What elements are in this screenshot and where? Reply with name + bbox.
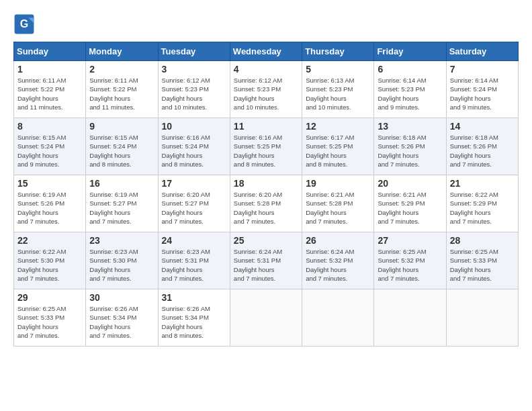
day-number: 14 — [450, 121, 515, 132]
day-info: Sunrise: 6:21 AMSunset: 5:28 PMDaylight … — [306, 190, 370, 226]
day-number: 26 — [306, 235, 370, 246]
day-number: 8 — [17, 121, 82, 132]
calendar-day-cell: 15 Sunrise: 6:19 AMSunset: 5:26 PMDaylig… — [14, 175, 86, 232]
day-number: 22 — [17, 235, 82, 246]
day-number: 25 — [234, 235, 298, 246]
day-info: Sunrise: 6:15 AMSunset: 5:24 PMDaylight … — [17, 133, 82, 169]
calendar-day-cell: 16 Sunrise: 6:19 AMSunset: 5:27 PMDaylig… — [86, 175, 158, 232]
calendar-day-cell: 31 Sunrise: 6:26 AMSunset: 5:34 PMDaylig… — [158, 289, 230, 347]
calendar-day-cell: 1 Sunrise: 6:11 AMSunset: 5:22 PMDayligh… — [14, 61, 86, 118]
day-info: Sunrise: 6:20 AMSunset: 5:28 PMDaylight … — [234, 190, 298, 226]
calendar-week-row: 1 Sunrise: 6:11 AMSunset: 5:22 PMDayligh… — [14, 61, 519, 118]
weekday-header: Monday — [86, 42, 158, 61]
weekday-header: Tuesday — [158, 42, 230, 61]
day-info: Sunrise: 6:12 AMSunset: 5:23 PMDaylight … — [162, 76, 226, 111]
day-info: Sunrise: 6:19 AMSunset: 5:27 PMDaylight … — [89, 190, 154, 226]
weekday-header: Saturday — [446, 42, 518, 61]
calendar-day-cell: 14 Sunrise: 6:18 AMSunset: 5:26 PMDaylig… — [446, 118, 518, 175]
calendar-day-cell — [446, 289, 518, 347]
calendar-week-row: 22 Sunrise: 6:22 AMSunset: 5:30 PMDaylig… — [14, 232, 519, 289]
calendar-day-cell: 28 Sunrise: 6:25 AMSunset: 5:33 PMDaylig… — [446, 232, 518, 289]
calendar-week-row: 29 Sunrise: 6:25 AMSunset: 5:33 PMDaylig… — [14, 289, 519, 347]
day-number: 12 — [306, 121, 370, 132]
day-number: 23 — [89, 235, 154, 246]
calendar-day-cell: 8 Sunrise: 6:15 AMSunset: 5:24 PMDayligh… — [14, 118, 86, 175]
weekday-header: Wednesday — [230, 42, 302, 61]
day-info: Sunrise: 6:24 AMSunset: 5:32 PMDaylight … — [306, 247, 370, 283]
calendar-day-cell: 9 Sunrise: 6:15 AMSunset: 5:24 PMDayligh… — [86, 118, 158, 175]
day-info: Sunrise: 6:13 AMSunset: 5:23 PMDaylight … — [306, 76, 370, 111]
day-number: 11 — [234, 121, 298, 132]
day-info: Sunrise: 6:16 AMSunset: 5:24 PMDaylight … — [162, 133, 226, 169]
logo: G — [13, 13, 38, 35]
day-number: 4 — [234, 64, 298, 75]
calendar-day-cell: 27 Sunrise: 6:25 AMSunset: 5:32 PMDaylig… — [374, 232, 446, 289]
day-number: 16 — [89, 178, 154, 189]
day-info: Sunrise: 6:23 AMSunset: 5:31 PMDaylight … — [162, 247, 226, 283]
day-number: 29 — [17, 292, 82, 303]
day-info: Sunrise: 6:26 AMSunset: 5:34 PMDaylight … — [89, 304, 154, 340]
calendar-table: SundayMondayTuesdayWednesdayThursdayFrid… — [13, 42, 519, 347]
calendar-day-cell: 30 Sunrise: 6:26 AMSunset: 5:34 PMDaylig… — [86, 289, 158, 347]
calendar-day-cell: 23 Sunrise: 6:23 AMSunset: 5:30 PMDaylig… — [86, 232, 158, 289]
page-header: G — [13, 13, 519, 35]
day-number: 28 — [450, 235, 515, 246]
calendar-day-cell: 17 Sunrise: 6:20 AMSunset: 5:27 PMDaylig… — [158, 175, 230, 232]
calendar-day-cell — [302, 289, 374, 347]
day-number: 10 — [162, 121, 226, 132]
calendar-day-cell — [374, 289, 446, 347]
day-number: 2 — [89, 64, 154, 75]
day-number: 18 — [234, 178, 298, 189]
day-number: 13 — [378, 121, 442, 132]
weekday-header: Sunday — [14, 42, 86, 61]
day-number: 30 — [89, 292, 154, 303]
calendar-day-cell: 25 Sunrise: 6:24 AMSunset: 5:31 PMDaylig… — [230, 232, 302, 289]
calendar-day-cell: 11 Sunrise: 6:16 AMSunset: 5:25 PMDaylig… — [230, 118, 302, 175]
day-info: Sunrise: 6:23 AMSunset: 5:30 PMDaylight … — [89, 247, 154, 283]
day-number: 19 — [306, 178, 370, 189]
day-number: 3 — [162, 64, 226, 75]
day-number: 17 — [162, 178, 226, 189]
calendar-day-cell: 20 Sunrise: 6:21 AMSunset: 5:29 PMDaylig… — [374, 175, 446, 232]
day-number: 9 — [89, 121, 154, 132]
calendar-day-cell: 29 Sunrise: 6:25 AMSunset: 5:33 PMDaylig… — [14, 289, 86, 347]
weekday-header: Friday — [374, 42, 446, 61]
calendar-day-cell: 22 Sunrise: 6:22 AMSunset: 5:30 PMDaylig… — [14, 232, 86, 289]
day-number: 31 — [162, 292, 226, 303]
logo-icon: G — [13, 13, 35, 35]
day-info: Sunrise: 6:15 AMSunset: 5:24 PMDaylight … — [89, 133, 154, 169]
day-info: Sunrise: 6:25 AMSunset: 5:33 PMDaylight … — [450, 247, 515, 283]
calendar-day-cell: 10 Sunrise: 6:16 AMSunset: 5:24 PMDaylig… — [158, 118, 230, 175]
svg-text:G: G — [20, 18, 28, 30]
calendar-day-cell: 7 Sunrise: 6:14 AMSunset: 5:24 PMDayligh… — [446, 61, 518, 118]
calendar-week-row: 8 Sunrise: 6:15 AMSunset: 5:24 PMDayligh… — [14, 118, 519, 175]
day-info: Sunrise: 6:17 AMSunset: 5:25 PMDaylight … — [306, 133, 370, 169]
weekday-header-row: SundayMondayTuesdayWednesdayThursdayFrid… — [14, 42, 519, 61]
day-info: Sunrise: 6:25 AMSunset: 5:33 PMDaylight … — [17, 304, 82, 340]
calendar-day-cell: 5 Sunrise: 6:13 AMSunset: 5:23 PMDayligh… — [302, 61, 374, 118]
calendar-day-cell: 21 Sunrise: 6:22 AMSunset: 5:29 PMDaylig… — [446, 175, 518, 232]
weekday-header: Thursday — [302, 42, 374, 61]
day-number: 27 — [378, 235, 442, 246]
day-info: Sunrise: 6:24 AMSunset: 5:31 PMDaylight … — [234, 247, 298, 283]
calendar-day-cell: 26 Sunrise: 6:24 AMSunset: 5:32 PMDaylig… — [302, 232, 374, 289]
day-info: Sunrise: 6:19 AMSunset: 5:26 PMDaylight … — [17, 190, 82, 226]
day-info: Sunrise: 6:22 AMSunset: 5:29 PMDaylight … — [450, 190, 515, 226]
day-number: 5 — [306, 64, 370, 75]
day-number: 15 — [17, 178, 82, 189]
calendar-day-cell — [230, 289, 302, 347]
day-info: Sunrise: 6:25 AMSunset: 5:32 PMDaylight … — [378, 247, 442, 283]
calendar-day-cell: 13 Sunrise: 6:18 AMSunset: 5:26 PMDaylig… — [374, 118, 446, 175]
calendar-day-cell: 3 Sunrise: 6:12 AMSunset: 5:23 PMDayligh… — [158, 61, 230, 118]
day-number: 1 — [17, 64, 82, 75]
calendar-day-cell: 19 Sunrise: 6:21 AMSunset: 5:28 PMDaylig… — [302, 175, 374, 232]
day-info: Sunrise: 6:18 AMSunset: 5:26 PMDaylight … — [450, 133, 515, 169]
day-info: Sunrise: 6:20 AMSunset: 5:27 PMDaylight … — [162, 190, 226, 226]
day-number: 24 — [162, 235, 226, 246]
day-info: Sunrise: 6:26 AMSunset: 5:34 PMDaylight … — [162, 304, 226, 340]
calendar-day-cell: 2 Sunrise: 6:11 AMSunset: 5:22 PMDayligh… — [86, 61, 158, 118]
day-info: Sunrise: 6:14 AMSunset: 5:23 PMDaylight … — [378, 76, 442, 111]
day-info: Sunrise: 6:21 AMSunset: 5:29 PMDaylight … — [378, 190, 442, 226]
day-number: 21 — [450, 178, 515, 189]
day-info: Sunrise: 6:22 AMSunset: 5:30 PMDaylight … — [17, 247, 82, 283]
